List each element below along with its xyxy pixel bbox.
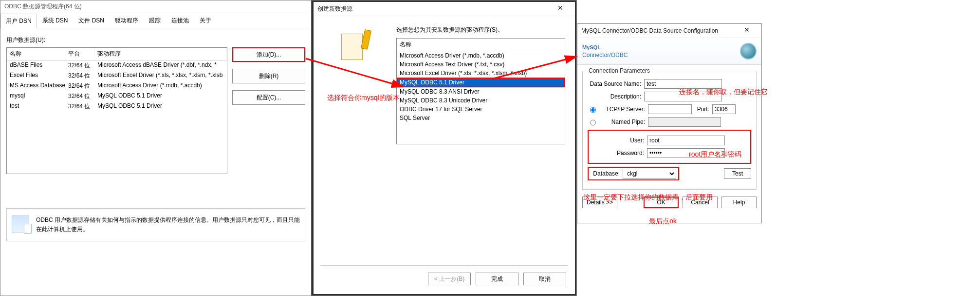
user-input[interactable]	[647, 136, 725, 145]
database-select[interactable]: ckgl	[623, 169, 676, 178]
user-ds-list[interactable]: 名称 平台 驱动程序 dBASE Files32/64 位Microsoft A…	[6, 47, 227, 174]
ok-button[interactable]: OK	[644, 197, 679, 208]
driver-list-item[interactable]: MySQL ODBC 8.3 ANSI Driver	[397, 87, 565, 96]
info-box: ODBC 用户数据源存储有关如何与指示的数据提供程序连接的信息。用户数据源只对您…	[6, 208, 305, 241]
col-platform[interactable]: 平台	[65, 48, 94, 60]
cell-platform: 32/64 位	[65, 91, 94, 101]
table-row[interactable]: test32/64 位MySQL ODBC 5.1 Driver	[7, 101, 227, 112]
cell-driver: Microsoft Access Driver (*.mdb, *.accdb)	[94, 81, 227, 91]
desc-label: Description:	[588, 93, 641, 100]
dsn-label: Data Source Name:	[588, 80, 641, 87]
col-name[interactable]: 名称	[7, 48, 65, 60]
tab-system-dsn[interactable]: 系统 DSN	[37, 13, 74, 28]
tcpip-radio[interactable]	[590, 107, 596, 113]
help-button[interactable]: Help	[721, 197, 757, 208]
col-driver[interactable]: 驱动程序	[94, 48, 227, 60]
cell-driver: MySQL ODBC 5.1 Driver	[94, 101, 227, 112]
add-button[interactable]: 添加(D)...	[232, 47, 305, 62]
namedpipe-radio[interactable]	[590, 119, 596, 126]
w1-title: ODBC 数据源管理程序(64 位)	[4, 2, 82, 11]
password-label: Password:	[591, 150, 644, 157]
tab-drivers[interactable]: 驱动程序	[110, 13, 144, 28]
cell-name: MS Access Database	[7, 81, 65, 91]
database-red-box: Database: ckgl	[588, 167, 679, 180]
close-icon[interactable]: ✕	[736, 26, 758, 36]
tab-pool[interactable]: 连接池	[166, 13, 194, 28]
close-icon[interactable]: ✕	[549, 4, 571, 14]
datasource-icon	[12, 216, 29, 233]
port-input[interactable]	[712, 104, 736, 114]
w2-titlebar: 创建新数据源 ✕	[314, 2, 575, 16]
info-text: ODBC 用户数据源存储有关如何与指示的数据提供程序连接的信息。用户数据源只对您…	[36, 216, 300, 234]
w3-title: MySQL Connector/ODBC Data Source Configu…	[581, 27, 718, 34]
cell-name: Excel Files	[7, 71, 65, 81]
w1-tabs: 用户 DSN 系统 DSN 文件 DSN 驱动程序 跟踪 连接池 关于	[0, 13, 311, 28]
driver-list-item[interactable]: SQL Server	[397, 114, 565, 122]
database-label: Database:	[591, 170, 620, 177]
datasource-wizard-icon	[339, 31, 370, 62]
user-pwd-red-box: User: Password:	[588, 130, 751, 164]
driver-list-item[interactable]: MySQL ODBC 8.3 Unicode Driver	[397, 96, 565, 105]
cell-driver: Microsoft Access dBASE Driver (*.dbf, *.…	[94, 60, 227, 71]
cell-platform: 32/64 位	[65, 101, 94, 112]
table-row[interactable]: Excel Files32/64 位Microsoft Excel Driver…	[7, 71, 227, 81]
wizard-icon-area	[323, 26, 387, 143]
w3-titlebar: MySQL Connector/ODBC Data Source Configu…	[577, 24, 761, 38]
namedpipe-input	[648, 117, 721, 127]
finish-button[interactable]: 完成	[476, 273, 518, 285]
tab-file-dsn[interactable]: 文件 DSN	[73, 13, 110, 28]
tab-user-dsn[interactable]: 用户 DSN	[0, 14, 37, 28]
cell-platform: 32/64 位	[65, 71, 94, 81]
cell-driver: Microsoft Excel Driver (*.xls, *.xlsx, *…	[94, 71, 227, 81]
password-input[interactable]	[647, 148, 725, 158]
driver-list-item[interactable]: Microsoft Excel Driver (*.xls, *.xlsx, *…	[397, 69, 565, 78]
test-button[interactable]: Test	[724, 168, 751, 179]
tcpip-input[interactable]	[648, 104, 692, 114]
driver-list[interactable]: 名称 Microsoft Access Driver (*.mdb, *.acc…	[396, 38, 565, 144]
table-row[interactable]: dBASE Files32/64 位Microsoft Access dBASE…	[7, 60, 227, 71]
connection-parameters-group: Connection Parameters Data Source Name: …	[582, 71, 757, 190]
desc-input[interactable]	[644, 92, 722, 101]
list-header: 名称 平台 驱动程序	[7, 48, 227, 60]
delete-button[interactable]: 删除(R)	[232, 69, 305, 83]
cancel-button[interactable]: Cancel	[683, 197, 718, 208]
cell-name: dBASE Files	[7, 60, 65, 71]
tcpip-label: TCP/IP Server:	[600, 106, 645, 113]
mysql-banner: MySQL Connector/ODBC	[577, 38, 761, 65]
driver-list-item[interactable]: Microsoft Access Driver (*.mdb, *.accdb)	[397, 51, 565, 60]
driver-list-item[interactable]: Microsoft Access Text Driver (*.txt, *.c…	[397, 60, 565, 69]
cell-platform: 32/64 位	[65, 60, 94, 71]
port-label: Port:	[695, 106, 709, 113]
mysql-logo-text: MySQL	[582, 44, 628, 50]
driver-list-item[interactable]: MySQL ODBC 5.1 Driver	[397, 78, 565, 87]
w2-title: 创建新数据源	[317, 5, 352, 13]
group-title: Connection Parameters	[587, 67, 652, 74]
cell-name: mysql	[7, 91, 65, 101]
cancel-button[interactable]: 取消	[523, 273, 566, 285]
details-button[interactable]: Details >>	[582, 197, 617, 208]
table-row[interactable]: MS Access Database32/64 位Microsoft Acces…	[7, 81, 227, 91]
user-label: User:	[591, 137, 644, 144]
dsn-input[interactable]	[644, 79, 722, 89]
cell-driver: MySQL ODBC 5.1 Driver	[94, 91, 227, 101]
connector-odbc-text: Connector/ODBC	[582, 52, 628, 59]
cell-platform: 32/64 位	[65, 81, 94, 91]
cell-name: test	[7, 101, 65, 112]
namedpipe-label: Named Pipe:	[600, 118, 645, 125]
tab-about[interactable]: 关于	[194, 13, 217, 28]
disc-icon	[740, 43, 757, 59]
driver-list-item[interactable]: ODBC Driver 17 for SQL Server	[397, 105, 565, 114]
back-button[interactable]: < 上一步(B)	[428, 273, 471, 285]
table-row[interactable]: mysql32/64 位MySQL ODBC 5.1 Driver	[7, 91, 227, 101]
tab-trace[interactable]: 跟踪	[144, 13, 166, 28]
user-ds-label: 用户数据源(U):	[6, 36, 305, 44]
configure-button[interactable]: 配置(C)...	[232, 90, 305, 105]
driver-prompt: 选择您想为其安装数据源的驱动程序(S)。	[396, 26, 565, 34]
driver-col-name[interactable]: 名称	[397, 39, 565, 51]
w1-titlebar: ODBC 数据源管理程序(64 位)	[0, 0, 311, 13]
